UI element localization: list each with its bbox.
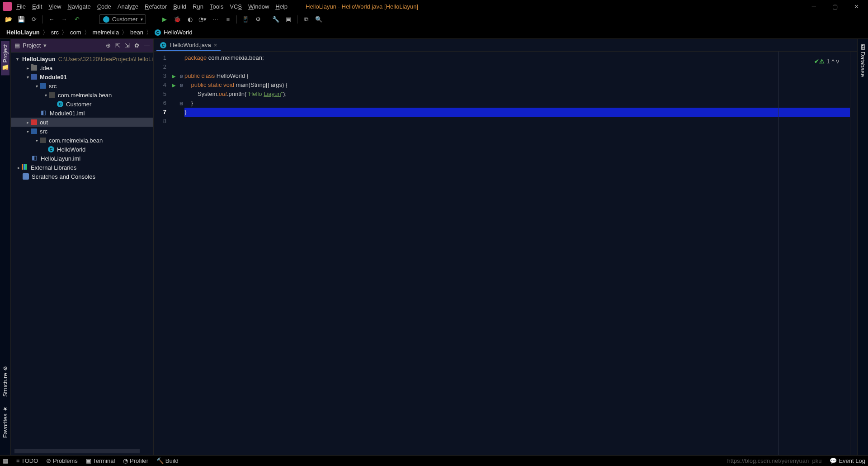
tab-label: HelloWorld.java (170, 42, 211, 48)
rail-project[interactable]: 📁Project (1, 41, 9, 75)
sdk-icon[interactable]: ▣ (284, 15, 292, 24)
crumb-meimeixia[interactable]: meimeixia (93, 29, 119, 36)
run-icon[interactable]: ▶ (160, 15, 169, 24)
status-terminal[interactable]: ▣ Terminal (86, 457, 115, 464)
hide-icon[interactable]: — (144, 42, 150, 49)
tree-module-pkg[interactable]: ▾ com.meimeixia.bean (11, 90, 153, 100)
run-class-icon[interactable]: ▶ (172, 74, 176, 79)
breadcrumb: HelloLiayun〉 src〉 com〉 meimeixia〉 bean〉 … (0, 26, 868, 39)
crumb-project[interactable]: HelloLiayun (6, 29, 40, 36)
close-tab-icon[interactable]: × (214, 42, 217, 48)
coverage-icon[interactable]: ◐ (186, 15, 194, 24)
tree-module-src[interactable]: ▾ src (11, 81, 153, 90)
project-tree[interactable]: ▾ HelloLiayun C:\Users\32120\IdeaProject… (11, 52, 153, 449)
tree-root-src[interactable]: ▾ src (11, 127, 153, 136)
tree-customer-class[interactable]: C Customer (11, 100, 153, 109)
wrench-icon[interactable]: 🔧 (272, 15, 280, 24)
left-rail: 📁Project Structure ⚙ Favorites ★ (0, 39, 11, 455)
tab-helloworld[interactable]: C HelloWorld.java × (156, 40, 221, 51)
refresh-icon[interactable]: ⟳ (30, 15, 38, 24)
layout-icon[interactable]: ⧉ (302, 15, 310, 24)
rail-favorites[interactable]: Favorites ★ (1, 402, 9, 442)
undo-nav-icon[interactable]: ↶ (73, 15, 81, 24)
select-opened-icon[interactable]: ⊕ (106, 42, 111, 49)
crumb-com[interactable]: com (70, 29, 81, 36)
class-icon (103, 16, 109, 23)
back-icon[interactable]: ← (47, 15, 56, 24)
rail-structure[interactable]: Structure ⚙ (1, 361, 9, 400)
tree-root-iml[interactable]: HelloLiayun.iml (11, 154, 153, 163)
tree-out[interactable]: ▸ out (11, 118, 153, 127)
status-build[interactable]: 🔨 Build (156, 457, 179, 464)
project-panel: ▤ Project ▾ ⊕ ⇱ ⇲ ✿ — ▾ HelloLiayun C:\U… (11, 39, 154, 455)
tree-root-pkg[interactable]: ▾ com.meimeixia.bean (11, 136, 153, 145)
code-content[interactable]: package com.meimeixia.bean; public class… (184, 52, 850, 455)
project-header[interactable]: ▤ Project ▾ ⊕ ⇱ ⇲ ✿ — (11, 39, 153, 52)
menu-file[interactable]: File (16, 3, 26, 10)
tree-helloworld-class[interactable]: C HelloWorld (11, 145, 153, 154)
code-editor[interactable]: 1 2 3 4 5 6 7 8 ▶ ▶ ⊖ (154, 52, 857, 455)
menu-view[interactable]: View (48, 3, 61, 10)
menu-edit[interactable]: Edit (32, 3, 42, 10)
tool-win-icon[interactable]: ▦ (3, 457, 8, 464)
scrollbar-horizontal[interactable] (14, 449, 140, 453)
maximize-icon[interactable]: ▢ (832, 3, 838, 10)
close-icon[interactable]: ✕ (854, 3, 859, 10)
check-icon: ✔⚠ (814, 58, 825, 65)
profile-icon[interactable]: ◔▾ (198, 15, 207, 24)
watermark-text: https://blog.csdn.net/yerenyuan_pku (727, 457, 822, 464)
menu-code[interactable]: Code (97, 3, 111, 10)
menu-navigate[interactable]: Navigate (67, 3, 90, 10)
status-eventlog[interactable]: 💬 Event Log (830, 457, 865, 464)
fold-gutter[interactable]: ⊖ ⊖ ⊟ (178, 52, 184, 455)
run-gutter[interactable]: ▶ ▶ (170, 52, 178, 455)
crumb-bean[interactable]: bean (130, 29, 143, 36)
menu-vcs[interactable]: VCS (230, 3, 242, 10)
menu-run[interactable]: Run (193, 3, 203, 10)
inspection-widget[interactable]: ✔⚠ 1 ^ v (814, 58, 839, 65)
window-title: HelloLiayun - HelloWorld.java [HelloLiay… (306, 3, 418, 10)
dropdown-icon[interactable]: ▾ (43, 42, 47, 49)
crumb-src[interactable]: src (51, 29, 59, 36)
device-icon[interactable]: 📱 (241, 15, 250, 24)
rail-database[interactable]: 🗄 Database (859, 41, 867, 81)
minimize-icon[interactable]: ─ (812, 3, 816, 10)
project-view-icon: ▤ (14, 42, 20, 49)
menu-refactor[interactable]: Refactor (145, 3, 167, 10)
error-stripe[interactable] (850, 52, 857, 455)
crumb-class[interactable]: HelloWorld (164, 29, 192, 36)
search-icon[interactable]: 🔍 (315, 15, 323, 24)
run-config-dropdown[interactable]: Customer (99, 14, 146, 24)
expand-all-icon[interactable]: ⇱ (115, 42, 120, 49)
menu-tools[interactable]: Tools (210, 3, 223, 10)
editor-area: C HelloWorld.java × 1 2 3 4 5 6 7 8 (154, 39, 857, 455)
forward-icon[interactable]: → (60, 15, 68, 24)
attach-icon[interactable]: ⋯ (211, 15, 219, 24)
menu-window[interactable]: Window (248, 3, 269, 10)
project-view-label: Project (23, 42, 41, 49)
run-config-label: Customer (112, 16, 137, 23)
open-icon[interactable]: 📂 (5, 15, 13, 24)
avd-icon[interactable]: ⚙ (254, 15, 262, 24)
status-todo[interactable]: ≡ TODO (16, 457, 38, 464)
status-profiler[interactable]: ◔ Profiler (123, 457, 148, 464)
debug-icon[interactable]: 🐞 (173, 15, 181, 24)
menu-help[interactable]: Help (275, 3, 288, 10)
menu-analyze[interactable]: Analyze (118, 3, 138, 10)
run-method-icon[interactable]: ▶ (172, 83, 176, 88)
status-problems[interactable]: ⊘ Problems (46, 457, 78, 464)
tree-root[interactable]: ▾ HelloLiayun C:\Users\32120\IdeaProject… (11, 54, 153, 63)
tree-module-iml[interactable]: Module01.iml (11, 109, 153, 118)
gear-icon[interactable]: ✿ (134, 42, 139, 49)
stop-icon[interactable]: ■ (224, 15, 232, 24)
menu-build[interactable]: Build (173, 3, 186, 10)
tree-idea[interactable]: ▸ .idea (11, 63, 153, 72)
line-gutter[interactable]: 1 2 3 4 5 6 7 8 (154, 52, 170, 455)
tree-module[interactable]: ▾ Module01 (11, 72, 153, 81)
tree-libraries[interactable]: ▸ External Libraries (11, 163, 153, 172)
tree-scratches[interactable]: Scratches and Consoles (11, 172, 153, 181)
collapse-all-icon[interactable]: ⇲ (125, 42, 130, 49)
next-highlight-icon[interactable]: v (836, 58, 840, 65)
prev-highlight-icon[interactable]: ^ (831, 58, 834, 65)
save-icon[interactable]: 💾 (17, 15, 25, 24)
